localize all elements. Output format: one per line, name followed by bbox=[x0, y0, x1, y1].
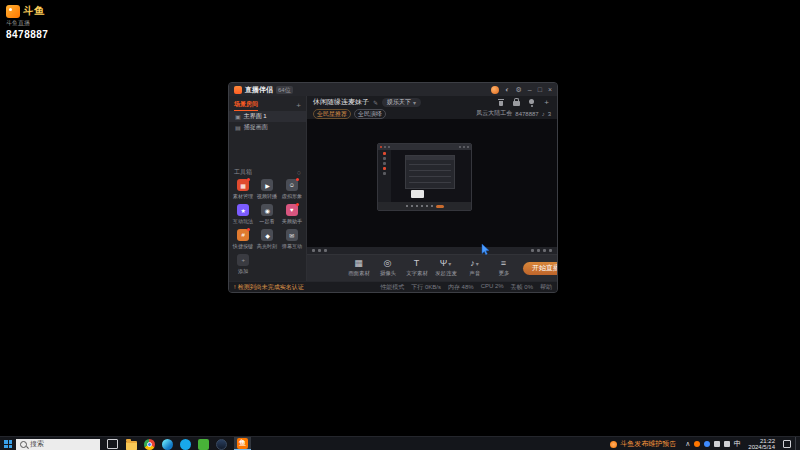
task-view-button[interactable] bbox=[107, 439, 118, 449]
tool-danmaku[interactable]: ✉ 弹幕互动 bbox=[280, 229, 304, 251]
start-live-button[interactable]: 开始直播 bbox=[523, 262, 558, 275]
settings-gear-icon[interactable]: ⚙ bbox=[515, 85, 521, 94]
source-icon[interactable] bbox=[312, 249, 315, 252]
category-select[interactable]: 娱乐天下 ▾ bbox=[382, 98, 421, 107]
active-task-douyu[interactable] bbox=[234, 437, 251, 450]
tool-video-relay[interactable]: ▶ 视频转播 bbox=[255, 179, 279, 201]
show-desktop-button[interactable] bbox=[795, 437, 800, 450]
chrome-icon[interactable] bbox=[144, 439, 155, 450]
screen-material-icon: ▦ bbox=[354, 258, 363, 268]
strip-setting-icon[interactable] bbox=[543, 249, 546, 252]
tab-scene-room[interactable]: 场景房间 bbox=[234, 100, 258, 111]
guild-label: 凤云大陆工会 bbox=[476, 109, 512, 118]
taskbar-search[interactable]: 搜索 bbox=[16, 439, 100, 450]
windows-taskbar: 搜索 斗鱼发布维护预告 ∧ 中 21:22 2024/ bbox=[0, 436, 800, 450]
lock-icon[interactable] bbox=[512, 98, 521, 107]
tray-security-icon[interactable] bbox=[704, 441, 710, 447]
news-widget[interactable]: 斗鱼发布维护预告 bbox=[610, 439, 676, 449]
chevron-down-icon: ▾ bbox=[413, 99, 416, 106]
status-memory: 内存 48% bbox=[448, 283, 474, 292]
qq-icon[interactable] bbox=[180, 439, 191, 450]
warning-icon: ! bbox=[234, 284, 236, 290]
clock-date: 2024/5/14 bbox=[748, 444, 775, 450]
edit-title-icon[interactable]: ✎ bbox=[373, 99, 378, 106]
source-strip[interactable] bbox=[307, 247, 557, 254]
tool-add[interactable]: + 添加 bbox=[231, 254, 255, 276]
mouse-cursor-icon bbox=[481, 241, 490, 259]
tool-hotkeys[interactable]: # 快捷按键 bbox=[231, 229, 255, 251]
desktop: 斗鱼 斗鱼直播 8478887 直播伴侣 64位 ◐ ⚙ – □ × 场景房间 bbox=[0, 0, 800, 450]
beauty-icon: ♥ bbox=[286, 204, 298, 216]
main-panel: 休闲随缘连麦妹子 ✎ 娱乐天下 ▾ + 全民星推荐 全民演绎 bbox=[307, 96, 557, 281]
douyu-app-icon bbox=[237, 438, 248, 449]
tray-douyu-icon[interactable] bbox=[694, 441, 700, 447]
status-help[interactable]: 帮助 bbox=[540, 283, 552, 292]
delete-icon[interactable] bbox=[497, 98, 506, 107]
toolbar-text-material[interactable]: T 文字素材 bbox=[403, 258, 430, 278]
source-icon[interactable] bbox=[324, 249, 327, 252]
chevron-down-icon: ▾ bbox=[448, 260, 451, 267]
toolbar-more[interactable]: ≡ 更多 bbox=[490, 258, 517, 278]
edge-icon[interactable] bbox=[162, 439, 173, 450]
theme-icon[interactable]: ◐ bbox=[505, 85, 509, 94]
toolbox-refresh-icon[interactable]: ○ bbox=[297, 169, 301, 176]
scene-item-main[interactable]: ▣ 主界面 1 bbox=[229, 111, 306, 122]
tool-highlights[interactable]: ◆ 高光时刻 bbox=[255, 229, 279, 251]
maximize-icon[interactable]: □ bbox=[538, 85, 542, 94]
file-explorer-icon[interactable] bbox=[126, 441, 137, 450]
status-dropped-frames: 丢帧 0% bbox=[511, 283, 533, 292]
news-headline: 斗鱼发布维护预告 bbox=[620, 439, 676, 449]
more-icon: ≡ bbox=[501, 258, 506, 268]
close-icon[interactable]: × bbox=[548, 85, 552, 94]
scene-item-capture[interactable]: ▤ 捕捉画面 bbox=[229, 122, 306, 133]
play-icon: ★ bbox=[237, 204, 249, 216]
language-indicator[interactable]: 中 bbox=[730, 439, 744, 449]
add-source-icon[interactable]: + bbox=[542, 98, 551, 107]
tool-material-manager[interactable]: ▦ 素材管理 bbox=[231, 179, 255, 201]
strip-setting-icon[interactable] bbox=[531, 249, 534, 252]
taskbar-clock[interactable]: 21:22 2024/5/14 bbox=[744, 438, 779, 450]
add-scene-icon[interactable]: + bbox=[296, 101, 301, 110]
add-tool-icon: + bbox=[237, 254, 249, 266]
activity-tag[interactable]: 全民演绎 bbox=[354, 109, 386, 119]
capture-icon: ▤ bbox=[235, 124, 241, 131]
highlight-icon: ◆ bbox=[261, 229, 273, 241]
viewer-count: 3 bbox=[548, 111, 551, 117]
watermark-subtitle: 斗鱼直播 bbox=[6, 19, 48, 28]
strip-setting-icon[interactable] bbox=[537, 249, 540, 252]
tool-virtual-avatar[interactable]: ☺ 虚拟形象 bbox=[280, 179, 304, 201]
search-icon bbox=[20, 441, 27, 448]
bell-icon[interactable] bbox=[527, 98, 536, 107]
steam-icon[interactable] bbox=[216, 439, 227, 450]
stream-title: 休闲随缘连麦妹子 bbox=[313, 97, 369, 107]
chevron-down-icon: ▾ bbox=[476, 260, 479, 267]
status-performance[interactable]: 性能模式 bbox=[380, 283, 404, 292]
scene-label: 主界面 1 bbox=[244, 112, 267, 121]
tool-beauty[interactable]: ♥ 美颜助手 bbox=[280, 204, 304, 226]
toolbar-screen-material[interactable]: ▦ 画面素材 bbox=[345, 258, 372, 278]
wechat-icon[interactable] bbox=[198, 439, 209, 450]
status-bar: ! 检测到尚未完成实名认证 性能模式 下行 0KB/s 内存 48% CPU 2… bbox=[229, 281, 557, 292]
start-button[interactable] bbox=[0, 437, 16, 450]
tray-volume-icon[interactable] bbox=[714, 441, 720, 447]
action-center-icon[interactable] bbox=[783, 440, 791, 448]
preview-inner-window bbox=[405, 155, 455, 189]
toolbar-link-mic[interactable]: Ψ▾ 发起连麦 bbox=[432, 258, 459, 278]
tool-watch-together[interactable]: ◉ 一起看 bbox=[255, 204, 279, 226]
tray-expand-icon[interactable]: ∧ bbox=[685, 440, 690, 448]
stream-preview-canvas[interactable] bbox=[307, 119, 557, 247]
app-titlebar[interactable]: 直播伴侣 64位 ◐ ⚙ – □ × bbox=[229, 83, 557, 96]
minimize-icon[interactable]: – bbox=[528, 85, 532, 94]
toolbar-sound[interactable]: ♪▾ 声音 bbox=[461, 258, 488, 278]
mic-icon: Ψ bbox=[440, 258, 448, 268]
toolbar-camera[interactable]: ◎ 摄像头 bbox=[374, 258, 401, 278]
tool-interactive-play[interactable]: ★ 互动玩法 bbox=[231, 204, 255, 226]
activity-tag[interactable]: 全民星推荐 bbox=[313, 109, 351, 119]
strip-setting-icon[interactable] bbox=[549, 249, 552, 252]
app-title: 直播伴侣 bbox=[245, 85, 273, 95]
text-icon: T bbox=[414, 258, 420, 268]
scene-label: 捕捉画面 bbox=[244, 123, 268, 132]
source-icon[interactable] bbox=[318, 249, 321, 252]
news-flame-icon bbox=[610, 441, 617, 448]
user-avatar[interactable] bbox=[491, 86, 499, 94]
